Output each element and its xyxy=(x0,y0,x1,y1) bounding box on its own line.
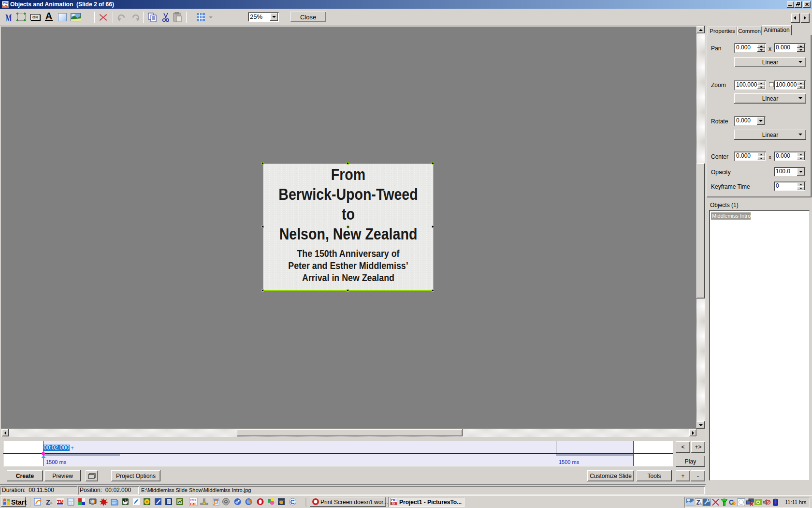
svg-text:EXE: EXE xyxy=(190,502,197,506)
svg-text:Z: Z xyxy=(46,498,50,506)
svg-text:PIC: PIC xyxy=(190,498,196,502)
svg-text:C: C xyxy=(290,498,295,506)
svg-text:Z: Z xyxy=(696,498,701,506)
svg-text:5: 5 xyxy=(732,499,736,507)
